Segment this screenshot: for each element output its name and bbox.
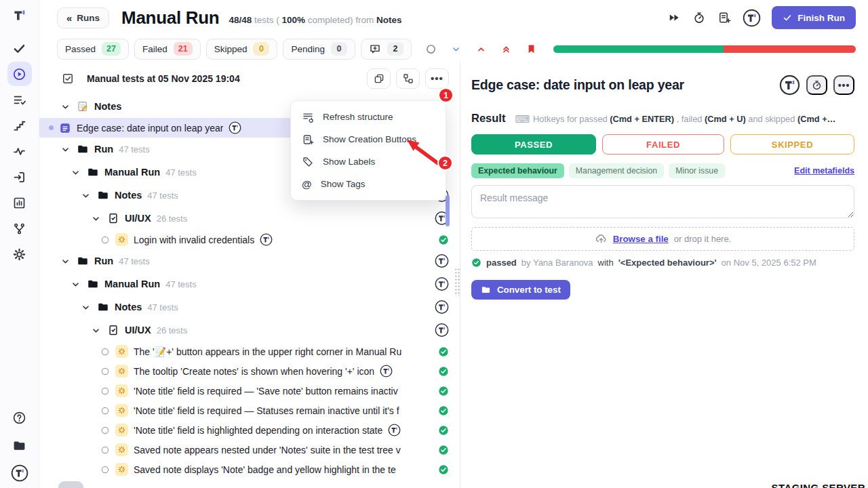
flaky-test-icon [115,384,128,397]
filter-chip-failed[interactable]: Failed21 [134,39,201,60]
sidebar-item-branch[interactable] [7,216,32,241]
header-action-doc-plus[interactable] [717,11,731,24]
menu-item-show-labels[interactable]: Show Labels [291,150,446,173]
sidebar-item-chart[interactable] [7,190,32,215]
tree-test-row[interactable]: The '📝+' button appears in the upper rig… [39,342,460,361]
menu-item-show-tags[interactable]: @Show Tags [291,173,446,195]
metafield-tag[interactable]: Expected behaviour [471,163,564,178]
menu-item-refresh-structure[interactable]: Refresh structure [291,106,446,128]
filter-chip-passed[interactable]: Passed27 [57,39,129,60]
tree-suite-row[interactable]: Run47 tests [39,249,460,272]
convert-to-test-button[interactable]: Convert to test [471,280,570,300]
filter-chip-comments[interactable]: 2 [361,39,412,60]
sidebar-item-list-check[interactable] [7,87,32,112]
doc-plus-icon [717,11,731,24]
row-status-passed-icon[interactable] [438,346,449,357]
chevron-down-icon[interactable] [80,190,92,201]
filter-chip-skipped[interactable]: Skipped0 [206,39,278,60]
tree-test-row[interactable]: The tooltip 'Create notes' is shown when… [39,361,460,381]
sidebar-item-stairs[interactable] [7,113,32,138]
dropzone-hint: or drop it here. [674,234,732,244]
browse-file-link[interactable]: Browse a file [613,234,669,244]
row-status-passed-icon[interactable] [438,425,449,436]
metafield-tag[interactable]: Minor issue [669,163,725,178]
sidebar-item-logo-circle[interactable] [7,461,32,485]
chevron-down-icon[interactable] [90,325,102,336]
mark-passed-button[interactable]: PASSED [471,134,596,155]
chevron-down-icon[interactable] [70,167,81,178]
circ-icon [100,426,110,435]
okc-icon [438,366,449,377]
tree-test-row[interactable]: Saved note appears nested under 'Notes' … [39,440,460,460]
sidebar-item-pulse[interactable] [7,139,32,163]
filter-chip-pending[interactable]: Pending0 [283,39,355,60]
chevron-down-icon[interactable] [70,279,81,290]
detail-dots-button[interactable]: ••• [833,75,854,95]
sidebar-item-question[interactable] [7,405,32,430]
filter-icon-chevron-down[interactable] [450,43,462,55]
automation-logo-icon [380,365,393,378]
tree-toolbar-copy-button[interactable] [367,68,391,89]
chevron-down-icon[interactable] [60,101,71,113]
tree-row-count: 47 tests [147,302,178,312]
row-status-passed-icon[interactable] [438,445,449,455]
tree-suite-row[interactable]: UI/UX26 tests [39,319,460,342]
tree-test-row[interactable]: 'Note title' field is required — 'Save n… [39,381,460,401]
app-logo [11,7,28,24]
tree-test-row[interactable]: 'Note title' field is highlighted depend… [39,420,460,440]
row-status-passed-icon[interactable] [438,405,449,416]
tree-toolbar-dots-button[interactable]: ••• [425,68,449,89]
sidebar-item-play-circle[interactable] [7,62,32,86]
row-status-passed-icon[interactable] [438,464,449,475]
panel-resize-handle[interactable] [454,268,460,296]
mark-skipped-button[interactable]: SKIPPED [730,134,854,155]
icon-sidebar [0,0,39,488]
test-bullet-icon [100,367,110,376]
header-action-logo-circle[interactable] [743,9,761,27]
file-dropzone[interactable]: Browse a file or drop it here. [471,227,854,251]
tree-suite-row[interactable]: Notes47 tests [39,296,460,319]
logo-circle-icon [779,75,800,96]
logo-circle-icon [11,464,28,482]
tree-test-row[interactable]: Saved note displays 'Note' badge and yel… [39,460,460,479]
scroll-pill[interactable] [58,481,83,488]
tree-scrollbar-thumb[interactable] [446,195,450,226]
header-action-ffwd[interactable] [667,11,681,24]
row-status-passed-icon[interactable] [438,366,449,377]
menu-item-show-creation-buttons[interactable]: Show Creation Buttons [291,128,446,150]
row-status-passed-icon[interactable] [438,386,449,396]
result-message-input[interactable] [471,185,854,218]
detail-timer-button[interactable] [806,75,827,95]
tree-row-label: 'Note title' field is required — Statuse… [134,405,399,416]
chevron-down-icon[interactable] [60,144,71,155]
sidebar-item-import[interactable] [7,165,32,189]
filter-icon-chevron-up[interactable] [475,43,487,55]
tree-test-row[interactable]: 'Note title' field is required — Statuse… [39,401,460,420]
okc-icon [438,464,449,475]
chev-icon [90,213,102,224]
tree-suite-row[interactable]: UI/UX26 tests [39,207,460,230]
chevron-down-icon[interactable] [80,302,92,313]
question-icon [12,411,26,425]
sidebar-item-folder[interactable] [7,433,32,458]
finish-run-button[interactable]: Finish Run [772,6,856,29]
filter-icon-double-chevron-up[interactable] [500,43,512,55]
row-status-passed-icon[interactable] [438,235,449,245]
sidebar-item-check[interactable] [7,36,32,60]
metafield-tag[interactable]: Management decision [569,163,664,178]
hotkey-part: and skipped [746,114,797,124]
result-history-line: passedby Yana Baranovawith'<Expected beh… [471,258,854,268]
tree-test-row[interactable]: Login with invalid credentials [39,230,460,249]
tree-toolbar-treeview-button[interactable] [396,68,420,89]
filter-icon-circle-outline[interactable] [425,43,437,55]
back-to-runs-button[interactable]: « Runs [57,7,109,28]
mark-failed-button[interactable]: FAILED [602,134,724,155]
sidebar-item-gear[interactable] [7,242,32,266]
header-action-timer[interactable] [692,11,706,24]
filter-chip-count: 0 [253,42,269,56]
edit-metafields-link[interactable]: Edit metafields [794,166,854,176]
chevron-down-icon[interactable] [90,213,102,224]
filter-icon-bookmark[interactable] [526,43,537,55]
chevron-down-icon[interactable] [60,256,71,267]
tree-suite-row[interactable]: Manual Run47 tests [39,272,460,296]
